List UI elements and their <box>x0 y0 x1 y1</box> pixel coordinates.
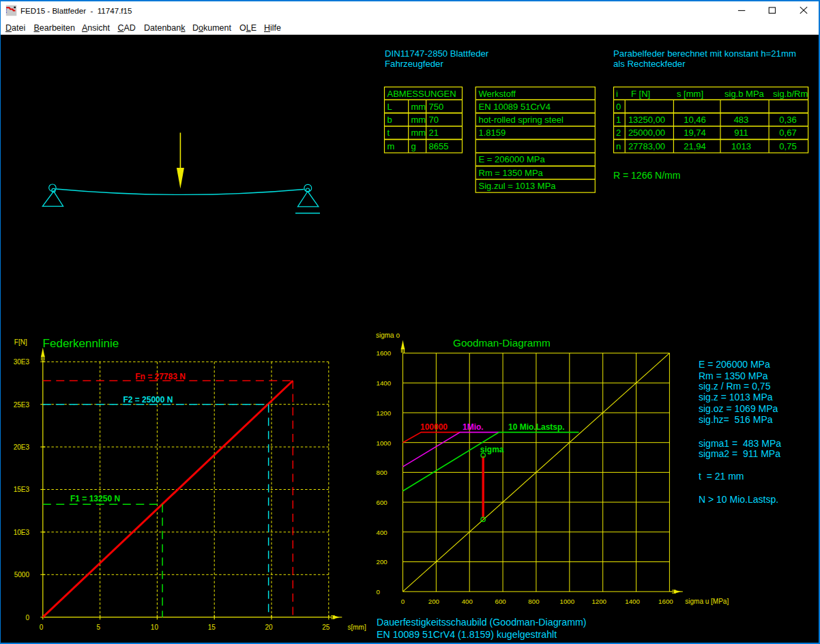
svg-text:F [N]: F [N] <box>631 89 650 99</box>
svg-text:Dauerfestigkeitsschaubild (Goo: Dauerfestigkeitsschaubild (Goodman-Diagr… <box>377 617 587 628</box>
svg-text:20E3: 20E3 <box>14 443 30 451</box>
svg-text:200: 200 <box>377 558 388 566</box>
svg-text:Werkstoff: Werkstoff <box>479 89 516 99</box>
svg-text:100000: 100000 <box>420 422 448 432</box>
svg-text:n: n <box>616 141 621 151</box>
svg-text:E = 206000 MPa: E = 206000 MPa <box>479 154 546 164</box>
svg-text:Parabelfeder berechnet mit kon: Parabelfeder berechnet mit konstant h=21… <box>613 48 796 59</box>
svg-text:t: t <box>387 128 390 138</box>
svg-text:10,46: 10,46 <box>684 115 706 125</box>
svg-text:10 Mio.Lastsp.: 10 Mio.Lastsp. <box>508 422 565 432</box>
svg-text:mm: mm <box>411 115 426 125</box>
svg-text:sig.hz= 516 MPa: sig.hz= 516 MPa <box>699 414 773 425</box>
svg-text:5: 5 <box>97 624 101 631</box>
svg-text:Fahrzeugfeder: Fahrzeugfeder <box>385 59 443 69</box>
svg-text:mm: mm <box>411 128 426 138</box>
svg-text:1600: 1600 <box>658 598 673 605</box>
svg-text:5000: 5000 <box>14 571 30 579</box>
svg-text:s[mm]: s[mm] <box>348 624 366 631</box>
svg-text:sigma o: sigma o <box>376 332 400 339</box>
svg-text:70: 70 <box>429 115 439 125</box>
svg-text:10: 10 <box>151 624 159 631</box>
svg-text:b: b <box>387 115 392 125</box>
svg-text:Rm = 1350 MPa: Rm = 1350 MPa <box>699 370 768 381</box>
svg-text:Federkennlinie: Federkennlinie <box>43 337 119 350</box>
svg-text:sig.b/Rm: sig.b/Rm <box>773 89 808 99</box>
svg-text:t = 21 mm: t = 21 mm <box>699 471 744 482</box>
svg-text:800: 800 <box>377 469 388 476</box>
svg-text:EN 10089 51CrV4: EN 10089 51CrV4 <box>479 102 551 112</box>
svg-text:als Rechteckfeder: als Rechteckfeder <box>613 59 686 69</box>
svg-text:1200: 1200 <box>377 409 392 417</box>
svg-text:F2 = 25000 N: F2 = 25000 N <box>123 395 173 405</box>
svg-text:0,67: 0,67 <box>779 128 796 138</box>
svg-text:Rm = 1350 MPa: Rm = 1350 MPa <box>479 168 544 178</box>
svg-text:sig.z / Rm = 0,75: sig.z / Rm = 0,75 <box>699 381 771 392</box>
svg-text:hot-rolled spring steel: hot-rolled spring steel <box>479 115 563 125</box>
svg-text:1400: 1400 <box>625 598 640 605</box>
svg-text:EN 10089 51CrV4 (1.8159) kugel: EN 10089 51CrV4 (1.8159) kugelgestrahlt <box>377 629 557 640</box>
svg-text:1: 1 <box>616 115 621 125</box>
svg-text:E = 206000 MPa: E = 206000 MPa <box>699 359 770 370</box>
svg-text:F1 = 13250 N: F1 = 13250 N <box>70 494 120 503</box>
svg-text:0: 0 <box>377 588 381 596</box>
svg-text:0,36: 0,36 <box>779 115 796 125</box>
svg-text:R = 1266 N/mm: R = 1266 N/mm <box>613 170 680 181</box>
svg-text:Goodman-Diagramm: Goodman-Diagramm <box>453 337 551 349</box>
svg-text:750: 750 <box>429 102 444 112</box>
svg-text:15: 15 <box>208 624 216 631</box>
svg-text:Sig.zul = 1013 MPa: Sig.zul = 1013 MPa <box>479 181 557 191</box>
svg-text:sig.oz = 1069 MPa: sig.oz = 1069 MPa <box>699 403 778 414</box>
svg-text:2: 2 <box>616 128 621 138</box>
svg-text:1000: 1000 <box>560 598 575 605</box>
svg-text:1.8159: 1.8159 <box>479 128 506 138</box>
svg-text:Fn = 27783 N: Fn = 27783 N <box>135 372 186 381</box>
svg-text:1000: 1000 <box>377 439 392 447</box>
svg-text:0: 0 <box>40 624 44 631</box>
svg-text:s [mm]: s [mm] <box>677 89 703 99</box>
svg-text:sigma u [MPa]: sigma u [MPa] <box>685 598 729 605</box>
svg-text:25E3: 25E3 <box>14 401 30 409</box>
svg-text:F[N]: F[N] <box>14 338 27 346</box>
svg-text:13250,00: 13250,00 <box>628 115 665 125</box>
svg-text:27783,00: 27783,00 <box>628 141 665 151</box>
svg-text:DIN11747-2850 Blattfeder: DIN11747-2850 Blattfeder <box>385 48 489 59</box>
svg-text:N > 10 Mio.Lastsp.: N > 10 Mio.Lastsp. <box>699 494 778 505</box>
svg-text:483: 483 <box>734 115 749 125</box>
svg-text:0: 0 <box>616 102 621 112</box>
svg-text:911: 911 <box>734 128 748 138</box>
svg-text:0: 0 <box>25 614 29 621</box>
svg-text:sig.z = 1013 MPa: sig.z = 1013 MPa <box>699 392 773 402</box>
svg-text:sig.b MPa: sig.b MPa <box>724 89 765 99</box>
svg-text:400: 400 <box>462 598 473 605</box>
svg-text:sigma: sigma <box>480 445 504 454</box>
svg-text:600: 600 <box>495 598 507 605</box>
svg-text:ABMESSUNGEN: ABMESSUNGEN <box>387 89 456 99</box>
svg-text:25000,00: 25000,00 <box>628 128 665 138</box>
svg-text:g: g <box>411 141 416 151</box>
svg-text:1400: 1400 <box>377 379 392 387</box>
svg-text:0: 0 <box>401 598 405 605</box>
svg-text:8655: 8655 <box>429 141 449 151</box>
svg-text:30E3: 30E3 <box>14 358 30 366</box>
svg-text:i: i <box>616 89 618 99</box>
svg-text:600: 600 <box>377 499 388 506</box>
svg-text:19,74: 19,74 <box>684 128 706 138</box>
svg-text:1200: 1200 <box>591 598 606 605</box>
svg-text:1600: 1600 <box>377 349 392 357</box>
svg-text:15E3: 15E3 <box>14 486 30 493</box>
svg-text:21: 21 <box>429 128 439 138</box>
svg-text:20: 20 <box>265 624 273 631</box>
svg-text:1013: 1013 <box>731 141 751 151</box>
svg-text:m: m <box>387 141 395 151</box>
svg-text:mm: mm <box>411 102 426 112</box>
svg-text:21,94: 21,94 <box>684 141 706 151</box>
svg-text:10E3: 10E3 <box>14 529 30 536</box>
svg-text:400: 400 <box>377 529 388 536</box>
svg-text:L: L <box>387 102 392 112</box>
svg-text:0,75: 0,75 <box>779 141 796 151</box>
svg-text:800: 800 <box>528 598 540 605</box>
svg-text:25: 25 <box>322 624 330 631</box>
svg-text:1Mio.: 1Mio. <box>463 422 484 432</box>
svg-text:sigma2 = 911 MPa: sigma2 = 911 MPa <box>699 448 780 459</box>
